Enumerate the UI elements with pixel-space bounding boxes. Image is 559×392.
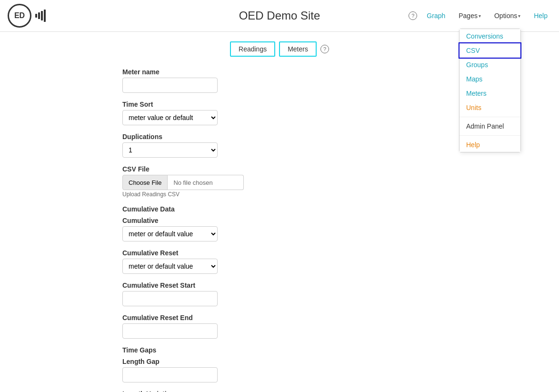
- length-variation-section: Length Variation: [122, 390, 437, 392]
- options-dropdown-btn[interactable]: Options ▾: [490, 10, 524, 21]
- tab-readings[interactable]: Readings: [230, 41, 275, 57]
- dropdown-item-meters[interactable]: Meters: [459, 86, 520, 101]
- tab-meters-label: Meters: [288, 45, 308, 53]
- signal-bar-4: [44, 10, 46, 22]
- cumulative-reset-end-section: Cumulative Reset End: [122, 314, 437, 339]
- main-content: Readings Meters ? Meter name Time Sort m…: [113, 32, 446, 392]
- tabs-container: Readings Meters ?: [122, 41, 437, 57]
- file-name-display: No file chosen: [168, 175, 244, 190]
- logo-signal: [35, 10, 46, 22]
- tab-meters[interactable]: Meters: [279, 41, 317, 57]
- options-dropdown-arrow: ▾: [518, 13, 520, 19]
- length-gap-section: Length Gap: [122, 358, 437, 382]
- cumulative-reset-section: Cumulative Reset meter or default value: [122, 249, 437, 274]
- help-text-link[interactable]: Help: [530, 10, 551, 21]
- signal-bar-1: [35, 14, 37, 18]
- cumulative-reset-label: Cumulative Reset: [122, 249, 437, 257]
- cumulative-reset-end-input[interactable]: [122, 323, 218, 339]
- time-gaps-header: Time Gaps: [122, 346, 437, 354]
- cumulative-reset-start-section: Cumulative Reset Start: [122, 281, 437, 306]
- dropdown-item-maps[interactable]: Maps: [459, 72, 520, 86]
- tab-readings-label: Readings: [239, 45, 267, 53]
- csv-file-section: CSV File Choose File No file chosen Uplo…: [122, 165, 437, 198]
- time-sort-label: Time Sort: [122, 101, 437, 108]
- upload-help-text: Upload Readings CSV: [122, 191, 437, 198]
- navbar-right: ? Graph Pages ▾ Options ▾ Help: [409, 10, 551, 21]
- pages-label: Pages: [459, 12, 478, 20]
- logo-circle: ED: [8, 4, 31, 28]
- choose-file-button[interactable]: Choose File: [122, 175, 168, 190]
- meter-name-label: Meter name: [122, 68, 437, 76]
- csv-file-label: CSV File: [122, 165, 437, 173]
- help-icon[interactable]: ?: [409, 11, 417, 20]
- dropdown-item-conversions[interactable]: Conversions: [459, 29, 520, 43]
- duplications-select[interactable]: 1: [122, 142, 218, 158]
- pages-dropdown-btn[interactable]: Pages ▾: [455, 10, 485, 21]
- cumulative-data-header: Cumulative Data: [122, 205, 437, 213]
- duplications-label: Duplications: [122, 133, 437, 141]
- cumulative-label: Cumulative: [122, 217, 437, 224]
- length-gap-input[interactable]: [122, 367, 218, 382]
- dropdown-item-units[interactable]: Units: [459, 101, 520, 115]
- cumulative-section: Cumulative meter or default value: [122, 217, 437, 241]
- time-sort-section: Time Sort meter value or default: [122, 101, 437, 125]
- pages-dropdown-arrow: ▾: [479, 13, 481, 19]
- dropdown-item-help[interactable]: Help: [459, 138, 520, 152]
- time-sort-select[interactable]: meter value or default: [122, 110, 218, 125]
- duplications-section: Duplications 1: [122, 133, 437, 158]
- pages-dropdown-menu: Conversions CSV Groups Maps Meters Units…: [459, 29, 521, 152]
- cumulative-reset-start-label: Cumulative Reset Start: [122, 281, 437, 289]
- cumulative-reset-select[interactable]: meter or default value: [122, 259, 218, 274]
- dropdown-divider-2: [459, 135, 520, 136]
- meter-name-section: Meter name: [122, 68, 437, 93]
- options-label: Options: [494, 12, 517, 20]
- signal-bar-3: [41, 11, 43, 20]
- logo-text: ED: [14, 11, 25, 20]
- tab-help-icon[interactable]: ?: [320, 45, 329, 53]
- file-input-row: Choose File No file chosen: [122, 175, 437, 190]
- dropdown-item-csv[interactable]: CSV: [459, 43, 520, 58]
- meter-name-input[interactable]: [122, 78, 218, 93]
- length-gap-label: Length Gap: [122, 358, 437, 365]
- navbar: ED OED Demo Site ? Graph Pages ▾ Options…: [0, 0, 559, 32]
- graph-link[interactable]: Graph: [423, 10, 449, 21]
- dropdown-item-groups[interactable]: Groups: [459, 58, 520, 72]
- cumulative-reset-end-label: Cumulative Reset End: [122, 314, 437, 322]
- dropdown-divider-1: [459, 117, 520, 117]
- cumulative-select[interactable]: meter or default value: [122, 226, 218, 241]
- signal-bar-2: [38, 12, 40, 19]
- dropdown-item-admin[interactable]: Admin Panel: [459, 119, 520, 133]
- site-title: OED Demo Site: [239, 9, 320, 22]
- cumulative-reset-start-input[interactable]: [122, 291, 218, 306]
- brand: ED: [8, 4, 46, 28]
- length-variation-label: Length Variation: [122, 390, 437, 392]
